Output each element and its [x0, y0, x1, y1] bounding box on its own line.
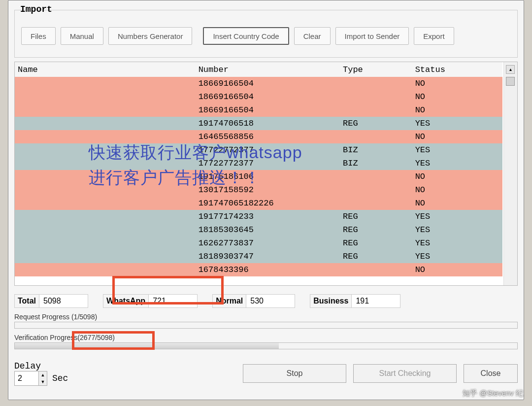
table-row[interactable]: 13017158592NO — [15, 183, 502, 197]
cell-type — [340, 183, 412, 197]
delay-legend: Delay — [14, 361, 68, 371]
table-row[interactable]: 17722772377BIZYES — [15, 143, 502, 157]
cell-number: 18669166504 — [196, 103, 340, 117]
cell-type: REG — [340, 210, 412, 223]
table-row[interactable]: 19175186106NO — [15, 170, 502, 183]
cell-type — [340, 90, 412, 103]
cell-status: YES — [412, 210, 502, 223]
cell-status: NO — [412, 130, 502, 143]
business-label: Business — [310, 294, 351, 308]
cell-name — [15, 210, 196, 223]
cell-name — [15, 157, 196, 170]
cell-name — [15, 263, 196, 276]
cell-status: YES — [412, 143, 502, 157]
total-value: 5098 — [39, 294, 88, 308]
cell-name — [15, 197, 196, 210]
import-to-sender-button[interactable]: Import to Sender — [335, 27, 409, 45]
delay-group: Delay ▲ ▼ Sec — [14, 361, 68, 386]
cell-status: NO — [412, 103, 502, 117]
insert-country-code-button[interactable]: Insert Country Code — [203, 27, 289, 45]
cell-number: 18669166504 — [196, 90, 340, 103]
spinner-up-icon[interactable]: ▲ — [39, 372, 47, 378]
files-button[interactable]: Files — [21, 27, 56, 45]
cell-type — [340, 130, 412, 143]
table-row[interactable]: 19174706518REGYES — [15, 117, 502, 130]
cell-name — [15, 103, 196, 117]
request-progress-bar — [14, 322, 518, 329]
delay-unit: Sec — [52, 373, 68, 383]
bottom-row: Delay ▲ ▼ Sec Stop Start Checking Close — [14, 356, 518, 391]
header-status[interactable]: Status — [412, 62, 502, 77]
numbers-generator-button[interactable]: Numbers Generator — [108, 27, 193, 45]
request-progress-label: Request Progress (1/5098) — [14, 313, 518, 321]
cell-status: NO — [412, 197, 502, 210]
export-button[interactable]: Export — [414, 27, 454, 45]
cell-type: BIZ — [340, 143, 412, 157]
cell-name — [15, 183, 196, 197]
table-row[interactable]: 18185303645REGYES — [15, 223, 502, 237]
cell-name — [15, 143, 196, 157]
cell-status: NO — [412, 77, 502, 90]
cell-number: 16262773837 — [196, 237, 340, 250]
cell-type: REG — [340, 250, 412, 263]
table-row[interactable]: 18669166504NO — [15, 77, 502, 90]
cell-type: REG — [340, 223, 412, 237]
business-value: 191 — [351, 294, 400, 308]
total-label: Total — [14, 294, 39, 308]
table-row[interactable]: 16262773837REGYES — [15, 237, 502, 250]
header-type[interactable]: Type — [340, 62, 412, 77]
cell-name — [15, 250, 196, 263]
table-row[interactable]: 17722772377BIZYES — [15, 157, 502, 170]
cell-name — [15, 130, 196, 143]
table-row[interactable]: 18669166504NO — [15, 90, 502, 103]
normal-value: 530 — [246, 294, 295, 308]
scroll-up-icon[interactable]: ▴ — [506, 65, 515, 74]
cell-type — [340, 103, 412, 117]
cell-type: REG — [340, 237, 412, 250]
table-row[interactable]: 1678433396NO — [15, 263, 502, 276]
delay-input[interactable] — [15, 372, 38, 385]
cell-name — [15, 170, 196, 183]
cell-number: 13017158592 — [196, 183, 340, 197]
cell-name — [15, 77, 196, 90]
verification-progress-label: Verification Progress(2677/5098) — [14, 334, 518, 341]
cell-status: NO — [412, 90, 502, 103]
cell-type: REG — [340, 117, 412, 130]
cell-status: YES — [412, 117, 502, 130]
table-row[interactable]: 16465568856NO — [15, 130, 502, 143]
close-button[interactable]: Close — [464, 364, 518, 383]
cell-number: 17722772377 — [196, 143, 340, 157]
start-checking-button[interactable]: Start Checking — [353, 364, 457, 383]
data-table-area: Name Number Type Status 18669166504NO186… — [14, 62, 518, 286]
cell-name — [15, 237, 196, 250]
cell-name — [15, 223, 196, 237]
cell-number: 18669166504 — [196, 77, 340, 90]
numbers-table: Name Number Type Status 18669166504NO186… — [15, 62, 502, 276]
import-toolbar: Files Manual Numbers Generator Insert Co… — [21, 27, 511, 45]
spinner-down-icon[interactable]: ▼ — [39, 378, 47, 385]
table-row[interactable]: 19177174233REGYES — [15, 210, 502, 223]
cell-number: 19174706518 — [196, 117, 340, 130]
scroll-thumb[interactable] — [506, 77, 515, 86]
cell-status: YES — [412, 157, 502, 170]
table-row[interactable]: 18189303747REGYES — [15, 250, 502, 263]
delay-spinner[interactable]: ▲ ▼ — [14, 371, 47, 386]
import-group: Import Files Manual Numbers Generator In… — [14, 4, 518, 58]
clear-button[interactable]: Clear — [294, 27, 331, 45]
manual-button[interactable]: Manual — [61, 27, 103, 45]
stats-row: Total 5098 WhatsApp 721 Normal 530 Busin… — [14, 293, 518, 309]
cell-number: 18185303645 — [196, 223, 340, 237]
header-name[interactable]: Name — [15, 62, 196, 77]
table-scrollbar[interactable]: ▴ — [503, 62, 517, 285]
cell-type — [340, 263, 412, 276]
stop-button[interactable]: Stop — [243, 364, 346, 383]
table-row[interactable]: 18669166504NO — [15, 103, 502, 117]
cell-type — [340, 170, 412, 183]
progress-section: Request Progress (1/5098) Verification P… — [14, 311, 518, 349]
verification-progress-bar — [14, 342, 518, 349]
header-number[interactable]: Number — [196, 62, 340, 77]
cell-name — [15, 117, 196, 130]
cell-number: 19177174233 — [196, 210, 340, 223]
table-row[interactable]: 191747065182226NO — [15, 197, 502, 210]
cell-status: NO — [412, 183, 502, 197]
